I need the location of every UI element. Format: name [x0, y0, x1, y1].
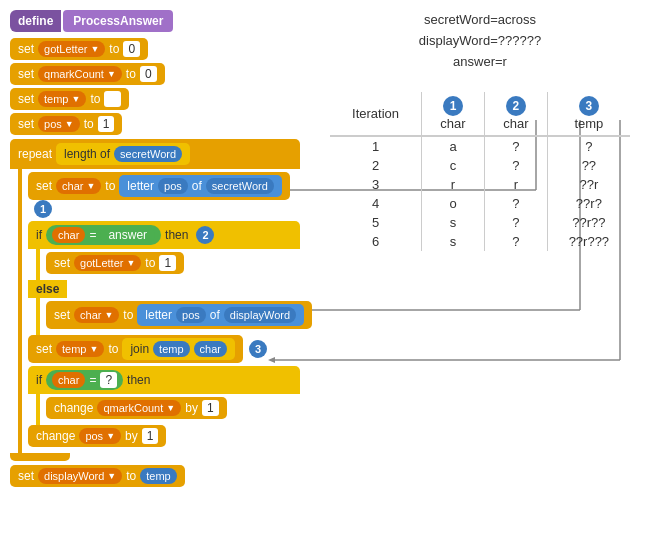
set-gotletter1-block: set gotLetter ▼ to 1 [46, 252, 300, 274]
answer-info: answer=r [330, 52, 630, 73]
set-label: set [18, 42, 34, 56]
if-char-q-body: change qmarkCount ▼ by 1 [36, 394, 300, 425]
change-qmarkcount-block: change qmarkCount ▼ by 1 [46, 397, 300, 419]
answer-var: answer [100, 227, 155, 243]
secretword-var1: secretWord [206, 178, 274, 194]
table-row: 6 s ? ??r??? [330, 232, 630, 251]
pos-var1: pos [158, 178, 188, 194]
qmarkcount-val: 0 [140, 66, 157, 82]
define-label: define [10, 10, 61, 32]
temp-cell: ? [547, 136, 630, 156]
iteration-cell: 3 [330, 175, 422, 194]
char2-cell: ? [484, 213, 547, 232]
change-qmarkcount-orange: change qmarkCount ▼ by 1 [46, 397, 227, 419]
temp-var-final: temp [140, 468, 176, 484]
temp-val [104, 91, 121, 107]
temp-var2: temp ▼ [56, 341, 104, 357]
else-body: set char ▼ to letter pos of displayWord [36, 298, 300, 335]
set-qmarkcount-block: set qmarkCount ▼ to 0 [10, 63, 300, 85]
set-gotletter-orange: set gotLetter ▼ to 0 [10, 38, 148, 60]
table-row: 2 c ? ?? [330, 156, 630, 175]
char-var1: char ▼ [56, 178, 101, 194]
temp-cell: ??r??? [547, 232, 630, 251]
pos-val: 1 [98, 116, 115, 132]
iteration-cell: 5 [330, 213, 422, 232]
trace-table: Iteration 1char 2char 3temp 1 a ? ? 2 c … [330, 92, 630, 251]
process-answer-label: ProcessAnswer [63, 10, 173, 32]
table-row: 4 o ? ??r? [330, 194, 630, 213]
temp-var: temp ▼ [38, 91, 86, 107]
if-then-body: set gotLetter ▼ to 1 [36, 249, 300, 280]
set-displayword-final-block: set displayWord ▼ to temp [10, 465, 300, 487]
circle-2-indicator: 2 [196, 226, 214, 244]
char1-cell: r [422, 175, 485, 194]
char-var5: char [52, 372, 85, 388]
gotletter-var: gotLetter ▼ [38, 41, 105, 57]
set-char-displayword-block: set char ▼ to letter pos of displayWord [46, 301, 300, 329]
secretword-info: secretWord=across [330, 10, 630, 31]
info-text: secretWord=across displayWord=?????? ans… [330, 10, 630, 72]
pos-var: pos ▼ [38, 116, 80, 132]
repeat-bottom-cap [10, 453, 70, 461]
circle-2-header: 2 [506, 96, 526, 116]
circle-3-header: 3 [579, 96, 599, 116]
gotletter-var1: gotLetter ▼ [74, 255, 141, 271]
char-eq-answer: char = answer [46, 225, 161, 245]
iteration-header: Iteration [330, 92, 422, 136]
if-block: if char = answer then 2 [28, 221, 300, 249]
char1-header: 1char [422, 92, 485, 136]
char-var4: char [194, 341, 227, 357]
gotletter-val1: 1 [159, 255, 176, 271]
set-temp-join-block: set temp ▼ to join temp char 3 [28, 335, 300, 363]
temp-cell: ?? [547, 156, 630, 175]
char2-cell: r [484, 175, 547, 194]
iteration-cell: 6 [330, 232, 422, 251]
circle-1-indicator: 1 [34, 200, 52, 218]
right-panel: secretWord=across displayWord=?????? ans… [330, 10, 630, 251]
letter-pos-of-displayword: letter pos of displayWord [137, 304, 304, 326]
char1-cell: s [422, 232, 485, 251]
blocks-panel: define ProcessAnswer set gotLetter ▼ to … [10, 10, 300, 490]
iteration-cell: 4 [330, 194, 422, 213]
char2-header: 2char [484, 92, 547, 136]
else-label: else [28, 280, 67, 298]
trace-tbody: 1 a ? ? 2 c ? ?? 3 r r ??r 4 o ? ??r? 5 … [330, 136, 630, 251]
set-temp-block: set temp ▼ to [10, 88, 300, 110]
qmarkcount-var: qmarkCount ▼ [38, 66, 122, 82]
table-row: 3 r r ??r [330, 175, 630, 194]
temp-cell: ??r? [547, 194, 630, 213]
iteration-cell: 1 [330, 136, 422, 156]
set-displayword-orange: set displayWord ▼ to temp [10, 465, 185, 487]
change-pos-orange: change pos ▼ by 1 [28, 425, 166, 447]
char1-cell: a [422, 136, 485, 156]
qmarkcount-var2: qmarkCount ▼ [97, 400, 181, 416]
displayword-info: displayWord=?????? [330, 31, 630, 52]
char1-cell: c [422, 156, 485, 175]
iteration-cell: 2 [330, 156, 422, 175]
temp-cell: ??r [547, 175, 630, 194]
set-char-secretword-block: set char ▼ to letter pos of secretWord 1 [28, 172, 300, 218]
pos-var3: pos ▼ [79, 428, 121, 444]
set-gotletter-block: set gotLetter ▼ to 0 [10, 38, 300, 60]
set-temp-join-orange: set temp ▼ to join temp char [28, 335, 243, 363]
char2-cell: ? [484, 136, 547, 156]
change-pos-block: change pos ▼ by 1 [28, 425, 300, 447]
table-row: 1 a ? ? [330, 136, 630, 156]
repeat-container: repeat length of secretWord set char ▼ t… [10, 139, 300, 461]
if-char-answer-container: if char = answer then 2 set gotLetter ▼ [28, 221, 300, 335]
circle-1-header: 1 [443, 96, 463, 116]
circle-3-indicator: 3 [249, 340, 267, 358]
gotletter-val: 0 [123, 41, 140, 57]
set-char-orange: set char ▼ to letter pos of secretWord [28, 172, 290, 200]
set-qmarkcount-orange: set qmarkCount ▼ to 0 [10, 63, 165, 85]
displayword-var2: displayWord ▼ [38, 468, 122, 484]
set-gotletter1-orange: set gotLetter ▼ to 1 [46, 252, 184, 274]
char2-cell: ? [484, 232, 547, 251]
repeat-block: repeat length of secretWord [10, 139, 300, 169]
repeat-body: set char ▼ to letter pos of secretWord 1… [18, 169, 300, 453]
set-char-displayword-orange: set char ▼ to letter pos of displayWord [46, 301, 312, 329]
if-char-q-container: if char = ? then change qmarkCount ▼ [28, 366, 300, 425]
char2-cell: ? [484, 194, 547, 213]
length-of-block: length of secretWord [56, 143, 190, 165]
set-pos-block: set pos ▼ to 1 [10, 113, 300, 135]
